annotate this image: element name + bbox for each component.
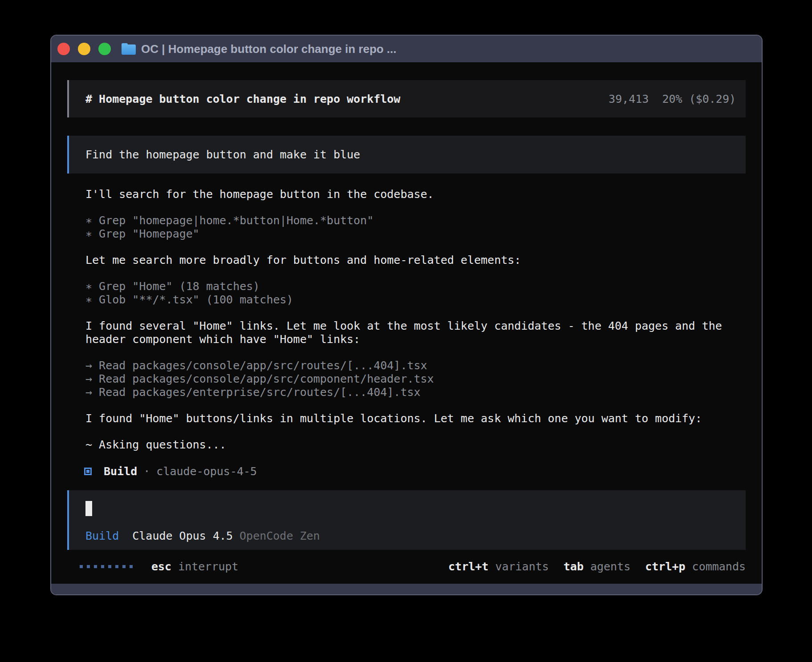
- input-model-label: Claude Opus 4.5: [132, 529, 233, 543]
- spinner-dot: [94, 565, 97, 568]
- keybind-hint-interrupt: escinterrupt: [151, 560, 239, 573]
- input-provider-label: OpenCode Zen: [240, 529, 320, 543]
- keybind-hint-commands: ctrl+pcommands: [645, 560, 746, 573]
- user-message-text: Find the homepage button and make it blu…: [85, 148, 360, 161]
- terminal-content: # Homepage button color change in repo w…: [51, 62, 762, 584]
- session-stats: 39,413 20% ($0.29): [609, 93, 736, 105]
- assistant-text-line: I'll search for the homepage button in t…: [85, 188, 746, 201]
- window-title: OC | Homepage button color change in rep…: [141, 42, 397, 56]
- status-model-name: claude-opus-4-5: [156, 465, 257, 478]
- blank-line: [85, 425, 746, 438]
- keybind-hint-agents: tabagents: [564, 560, 630, 573]
- assistant-text-line: Let me search more broadly for buttons a…: [85, 254, 746, 267]
- assistant-text-line: header component which have "Home" links…: [85, 333, 746, 346]
- keybind-label: agents: [590, 560, 630, 573]
- status-agent-name: Build: [104, 465, 137, 478]
- blank-line: [85, 399, 746, 412]
- spinner-dot: [80, 565, 83, 568]
- session-header: # Homepage button color change in repo w…: [67, 80, 746, 117]
- close-button[interactable]: [57, 43, 70, 55]
- tool-call-line: → Read packages/enterprise/src/routes/[.…: [85, 386, 746, 399]
- traffic-lights: [57, 43, 111, 55]
- status-separator: ·: [143, 465, 150, 478]
- spinner-dot: [122, 565, 126, 568]
- window-title-group: OC | Homepage button color change in rep…: [122, 42, 397, 56]
- input-agent-label: Build: [85, 529, 119, 543]
- blank-line: [85, 241, 746, 254]
- keybind-key: ctrl+p: [645, 560, 685, 573]
- agent-status-row: Build · claude-opus-4-5: [67, 464, 746, 478]
- keybind-hint-variants: ctrl+tvariants: [448, 560, 549, 573]
- input-meta: Build Claude Opus 4.5 OpenCode Zen: [85, 529, 320, 543]
- window-bottom-strip: [51, 584, 762, 594]
- assistant-text-line: ~ Asking questions...: [85, 438, 746, 452]
- terminal-window: OC | Homepage button color change in rep…: [50, 35, 763, 595]
- token-count: 39,413: [609, 93, 649, 105]
- spinner-dot: [130, 565, 133, 568]
- tool-call-line: → Read packages/console/app/src/routes/[…: [85, 359, 746, 372]
- assistant-text-line: I found "Home" buttons/links in multiple…: [85, 412, 746, 425]
- blank-line: [85, 307, 746, 319]
- spinner-dot: [108, 565, 111, 568]
- assistant-text-line: I found several "Home" links. Let me loo…: [85, 319, 746, 333]
- zoom-button[interactable]: [98, 43, 111, 55]
- status-bar: escinterrupt ctrl+tvariantstabagentsctrl…: [67, 560, 746, 573]
- titlebar[interactable]: OC | Homepage button color change in rep…: [51, 36, 762, 62]
- context-cost: 20% ($0.29): [662, 93, 736, 105]
- tool-call-line: ∗ Grep "homepage|home.*button|Home.*butt…: [85, 214, 746, 227]
- minimize-button[interactable]: [78, 43, 90, 55]
- blank-line: [85, 346, 746, 359]
- keybind-label: interrupt: [178, 560, 238, 573]
- keybind-key: esc: [151, 560, 171, 573]
- spinner-dot: [115, 565, 118, 568]
- spinner-dot: [87, 565, 90, 568]
- keybind-key: ctrl+t: [448, 560, 488, 573]
- prompt-input[interactable]: Build Claude Opus 4.5 OpenCode Zen: [67, 490, 746, 550]
- agent-badge-icon: [84, 468, 92, 475]
- working-spinner-icon: [80, 565, 133, 568]
- tool-call-line: → Read packages/console/app/src/componen…: [85, 372, 746, 386]
- status-bar-left: escinterrupt: [67, 560, 239, 573]
- session-title: # Homepage button color change in repo w…: [85, 93, 400, 105]
- folder-icon: [122, 43, 136, 55]
- tool-call-line: ∗ Glob "**/*.tsx" (100 matches): [85, 293, 746, 307]
- tool-call-line: ∗ Grep "Home" (18 matches): [85, 280, 746, 293]
- keybind-key: tab: [564, 560, 584, 573]
- keybind-label: variants: [495, 560, 548, 573]
- user-message: Find the homepage button and make it blu…: [67, 136, 746, 174]
- status-bar-right: ctrl+tvariantstabagentsctrl+pcommands: [448, 560, 746, 573]
- blank-line: [85, 452, 746, 464]
- text-cursor: [85, 501, 92, 516]
- spinner-dot: [101, 565, 104, 568]
- tool-call-line: ∗ Grep "Homepage": [85, 227, 746, 241]
- blank-line: [85, 201, 746, 214]
- keybind-label: commands: [692, 560, 746, 573]
- blank-line: [85, 267, 746, 280]
- conversation: I'll search for the homepage button in t…: [67, 188, 746, 464]
